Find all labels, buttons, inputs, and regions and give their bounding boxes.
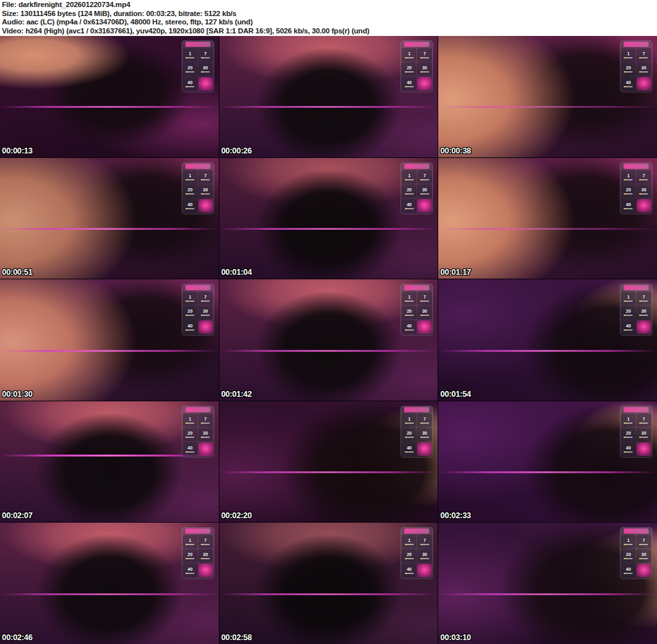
timestamp-overlay: 00:02:07 (2, 511, 33, 520)
timestamp-overlay: 00:00:26 (221, 146, 252, 155)
tip-menu-bottom-row: 40 (400, 442, 433, 457)
tip-menu-tile: 40 (183, 320, 198, 334)
timestamp-overlay: 00:01:30 (2, 390, 33, 399)
tip-menu-title-bar (624, 42, 649, 47)
tip-menu-tile: 40 (402, 320, 416, 334)
tip-menu-tiles: 1 7 20 30 (400, 534, 433, 563)
tip-menu-tile: 30 (417, 184, 432, 198)
tip-menu-tile: 1 (402, 170, 416, 184)
tip-menu-tile: 1 (183, 48, 198, 62)
tip-menu-button (198, 564, 213, 577)
video-thumbnail: 1 7 20 30 40 00:02:33 (438, 401, 657, 523)
tip-menu-tile: 1 (402, 413, 416, 427)
tip-menu-tile: 20 (621, 428, 636, 441)
tip-menu-tile: 7 (636, 535, 651, 548)
tip-menu-tile: 30 (417, 62, 432, 76)
timestamp-overlay: 00:02:46 (2, 633, 33, 642)
tip-menu-overlay: 1 7 20 30 40 (400, 527, 433, 579)
timestamp-overlay: 00:01:04 (221, 268, 252, 277)
tip-menu-tiles: 1 7 20 30 (182, 48, 214, 76)
tip-menu-tile: 7 (417, 413, 432, 427)
tip-menu-tile: 20 (621, 306, 636, 319)
tip-menu-tile: 1 (183, 413, 198, 427)
tip-menu-tile: 1 (621, 413, 636, 427)
video-thumbnail: 1 7 20 30 40 00:01:42 (219, 279, 438, 401)
video-thumbnail: 1 7 20 30 40 00:01:17 (438, 158, 657, 279)
tip-menu-tile: 1 (621, 48, 636, 62)
led-strip-glow (0, 228, 219, 230)
tip-menu-button (636, 442, 651, 456)
tip-menu-bottom-row: 40 (620, 563, 653, 578)
tip-menu-tile: 40 (402, 442, 416, 456)
tip-menu-title-bar (185, 164, 210, 169)
tip-menu-tile: 7 (198, 535, 213, 548)
tip-menu-overlay: 1 7 20 30 40 (620, 406, 653, 458)
tip-menu-tile: 30 (636, 306, 651, 319)
tip-menu-tile: 40 (183, 442, 198, 456)
tip-menu-tile: 20 (183, 549, 198, 562)
tip-menu-bottom-row: 40 (182, 320, 214, 335)
tip-menu-overlay: 1 7 20 30 40 (182, 162, 214, 214)
tip-menu-tile: 40 (621, 199, 636, 213)
tip-menu-tile: 20 (621, 62, 636, 76)
tip-menu-tile: 30 (198, 62, 213, 76)
tip-menu-title-bar (185, 407, 210, 412)
tip-menu-overlay: 1 7 20 30 40 (400, 406, 433, 458)
video-thumbnail: 1 7 20 30 40 00:00:26 (219, 36, 438, 157)
tip-menu-bottom-row: 40 (620, 76, 653, 91)
tip-menu-overlay: 1 7 20 30 40 (620, 162, 653, 214)
video-thumbnail: 1 7 20 30 40 00:00:13 (0, 36, 219, 157)
tip-menu-tiles: 1 7 20 30 (620, 170, 653, 198)
led-strip-glow (219, 593, 438, 595)
timestamp-overlay: 00:02:20 (221, 511, 252, 520)
tip-menu-bottom-row: 40 (400, 563, 433, 578)
tip-menu-tile: 7 (417, 292, 432, 305)
tip-menu-title-bar (624, 407, 649, 412)
tip-menu-button (417, 564, 432, 577)
tip-menu-tile: 40 (402, 199, 416, 213)
tip-menu-tile: 30 (417, 549, 432, 562)
tip-menu-tiles: 1 7 20 30 (620, 291, 653, 320)
tip-menu-tiles: 1 7 20 30 (620, 413, 653, 442)
tip-menu-tile: 7 (198, 170, 213, 184)
tip-menu-tile: 7 (417, 535, 432, 548)
tip-menu-tile: 30 (198, 549, 213, 562)
tip-menu-bottom-row: 40 (620, 320, 653, 335)
led-strip-glow (438, 350, 657, 352)
video-thumbnail: 1 7 20 30 40 00:02:58 (219, 523, 438, 644)
tip-menu-tile: 20 (402, 184, 416, 198)
tip-menu-overlay: 1 7 20 30 40 (400, 40, 433, 92)
timestamp-overlay: 00:00:51 (2, 268, 33, 277)
tip-menu-button (198, 442, 213, 456)
tip-menu-tiles: 1 7 20 30 (400, 413, 433, 442)
tip-menu-button (417, 199, 432, 213)
tip-menu-bottom-row: 40 (182, 76, 214, 91)
timestamp-overlay: 00:02:33 (440, 511, 471, 520)
tip-menu-tile: 7 (198, 48, 213, 62)
video-thumbnail: 1 7 20 30 40 00:02:07 (0, 401, 219, 523)
tip-menu-tiles: 1 7 20 30 (182, 291, 214, 320)
tip-menu-button (636, 77, 651, 91)
video-thumbnail: 1 7 20 30 40 00:00:51 (0, 158, 219, 279)
tip-menu-title-bar (404, 164, 429, 169)
tip-menu-tile: 30 (198, 184, 213, 198)
led-strip-glow (438, 106, 657, 108)
tip-menu-tile: 20 (621, 184, 636, 198)
tip-menu-overlay: 1 7 20 30 40 (620, 40, 653, 92)
tip-menu-bottom-row: 40 (182, 442, 214, 457)
tip-menu-title-bar (404, 285, 429, 290)
timestamp-overlay: 00:01:17 (440, 268, 471, 277)
tip-menu-tile: 20 (183, 306, 198, 319)
tip-menu-tile: 30 (636, 184, 651, 198)
tip-menu-title-bar (624, 164, 649, 169)
tip-menu-tiles: 1 7 20 30 (182, 170, 214, 198)
tip-menu-overlay: 1 7 20 30 40 (182, 406, 214, 458)
tip-menu-tile: 30 (417, 428, 432, 441)
led-strip-glow (438, 471, 657, 473)
timestamp-overlay: 00:00:13 (2, 146, 33, 155)
tip-menu-title-bar (185, 285, 210, 290)
tip-menu-title-bar (624, 528, 649, 534)
tip-menu-tile: 40 (183, 564, 198, 577)
tip-menu-tile: 20 (402, 306, 416, 319)
tip-menu-bottom-row: 40 (620, 442, 653, 457)
